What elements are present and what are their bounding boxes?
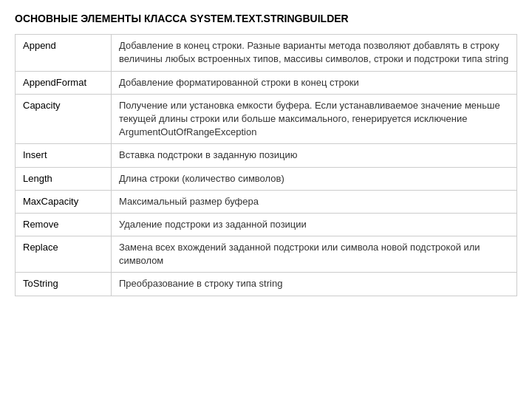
table-row: AppendДобавление в конец строки. Разные … <box>16 35 517 71</box>
member-name: Insert <box>16 144 112 167</box>
member-description: Преобразование в строку типа string <box>112 273 517 296</box>
member-name: Append <box>16 35 112 71</box>
member-name: Replace <box>16 236 112 273</box>
table-row: RemoveУдаление подстроки из заданной поз… <box>16 213 517 236</box>
table-row: LengthДлина строки (количество символов) <box>16 167 517 190</box>
page-title: Основные элементы класса System.Text.Str… <box>15 12 517 25</box>
member-description: Добавление форматированной строки в коне… <box>112 71 517 94</box>
member-name: Length <box>16 167 112 190</box>
member-description: Вставка подстроки в заданную позицию <box>112 144 517 167</box>
member-name: Remove <box>16 213 112 236</box>
member-name: MaxCapacity <box>16 190 112 213</box>
member-description: Замена всех вхождений заданной подстроки… <box>112 236 517 273</box>
member-description: Добавление в конец строки. Разные вариан… <box>112 35 517 71</box>
table-row: AppendFormatДобавление форматированной с… <box>16 71 517 94</box>
members-table: AppendДобавление в конец строки. Разные … <box>15 34 517 296</box>
table-row: ReplaceЗамена всех вхождений заданной по… <box>16 236 517 273</box>
member-name: ToString <box>16 273 112 296</box>
table-row: MaxCapacityМаксимальный размер буфера <box>16 190 517 213</box>
member-description: Максимальный размер буфера <box>112 190 517 213</box>
member-description: Длина строки (количество символов) <box>112 167 517 190</box>
table-row: CapacityПолучение или установка емкости … <box>16 94 517 144</box>
member-description: Получение или установка емкости буфера. … <box>112 94 517 144</box>
member-name: Capacity <box>16 94 112 144</box>
member-name: AppendFormat <box>16 71 112 94</box>
member-description: Удаление подстроки из заданной позиции <box>112 213 517 236</box>
table-row: ToStringПреобразование в строку типа str… <box>16 273 517 296</box>
table-row: InsertВставка подстроки в заданную позиц… <box>16 144 517 167</box>
